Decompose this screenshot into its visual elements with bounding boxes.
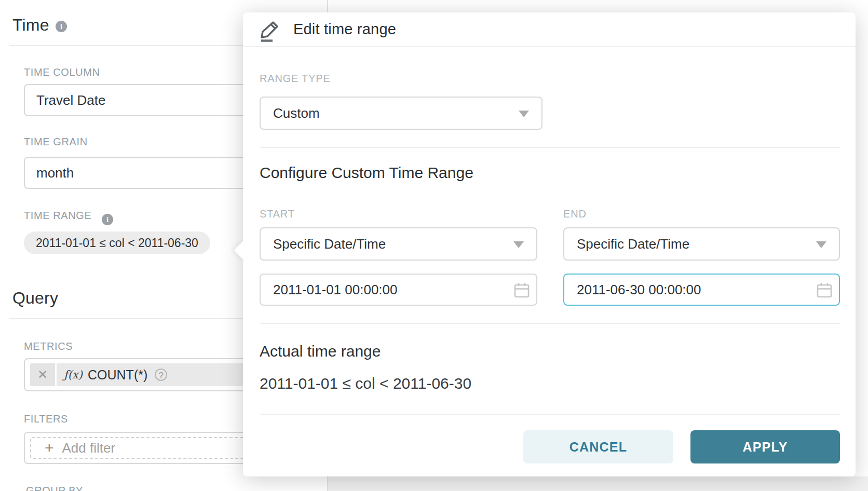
divider: [260, 323, 840, 324]
time-range-label: TIME RANGE: [24, 210, 91, 222]
query-section-title: Query: [12, 289, 58, 308]
apply-button[interactable]: APPLY: [690, 430, 840, 463]
group-by-label: GROUP BY: [26, 485, 83, 491]
calendar-icon[interactable]: [513, 281, 530, 301]
info-icon: i: [56, 21, 67, 32]
time-grain-label: TIME GRAIN: [24, 136, 88, 148]
start-mode-value: Specific Date/Time: [273, 236, 386, 252]
add-filter-label: Add filter: [62, 440, 116, 456]
range-type-select[interactable]: Custom: [260, 97, 542, 130]
time-column-label: TIME COLUMN: [24, 66, 100, 78]
chart-area-edge: [328, 476, 868, 491]
cancel-button[interactable]: CANCEL: [523, 430, 673, 463]
explore-page: Time i TIME COLUMN Travel Date TIME GRAI…: [0, 0, 868, 491]
divider: [260, 414, 840, 415]
divider: [243, 46, 856, 47]
plus-icon: +: [45, 440, 54, 456]
help-icon: ?: [155, 369, 167, 381]
filters-label: FILTERS: [24, 413, 68, 425]
configure-heading: Configure Custom Time Range: [260, 164, 473, 182]
range-type-label: RANGE TYPE: [260, 73, 331, 85]
metrics-label: METRICS: [24, 340, 73, 352]
start-datetime-input[interactable]: [260, 274, 537, 306]
chevron-down-icon: [519, 111, 529, 117]
pencil-edit-icon: [259, 18, 282, 45]
chevron-down-icon: [816, 241, 826, 248]
start-label: START: [260, 208, 295, 220]
popover-title: Edit time range: [293, 21, 396, 38]
time-range-pill[interactable]: 2011-01-01 ≤ col < 2011-06-30: [24, 231, 210, 254]
remove-metric-icon[interactable]: ✕: [30, 363, 57, 386]
calendar-icon[interactable]: [816, 281, 833, 301]
time-section-title: Time: [12, 16, 49, 35]
start-mode-select[interactable]: Specific Date/Time: [260, 227, 537, 261]
divider: [260, 147, 840, 148]
edit-time-range-popover: Edit time range RANGE TYPE Custom Config…: [243, 12, 856, 476]
info-icon: i: [102, 214, 113, 225]
end-mode-select[interactable]: Specific Date/Time: [563, 227, 840, 261]
actual-range-value: 2011-01-01 ≤ col < 2011-06-30: [260, 375, 471, 392]
actual-range-heading: Actual time range: [260, 343, 381, 360]
end-mode-value: Specific Date/Time: [577, 236, 689, 252]
function-icon: ƒ(x): [64, 369, 83, 381]
end-label: END: [563, 208, 587, 220]
range-type-value: Custom: [273, 105, 320, 121]
chevron-down-icon: [513, 241, 524, 248]
metric-value: COUNT(*): [88, 367, 147, 383]
end-datetime-input[interactable]: [563, 274, 840, 306]
